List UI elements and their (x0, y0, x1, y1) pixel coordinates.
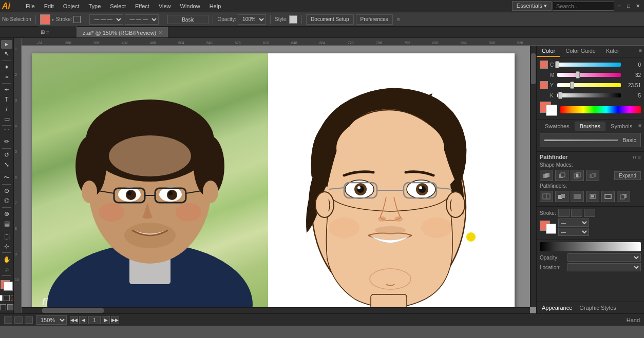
vscroll-thumb[interactable] (531, 53, 536, 84)
stroke-align-select[interactable]: — (558, 228, 589, 236)
black-thumb[interactable] (558, 92, 562, 99)
pencil-tool-btn[interactable]: ✏ (1, 137, 12, 146)
canvas-hscrollbar[interactable] (22, 307, 530, 313)
crop-btn[interactable] (586, 191, 599, 202)
menu-object[interactable]: Object (59, 2, 84, 10)
panel-gradient[interactable] (540, 242, 641, 251)
opacity-prop-select[interactable] (567, 253, 641, 262)
menu-edit[interactable]: Edit (40, 2, 58, 10)
cyan-thumb[interactable] (555, 61, 559, 68)
menu-help[interactable]: Help (205, 2, 225, 10)
warp-tool-btn[interactable]: 〜 (1, 173, 12, 182)
menu-view[interactable]: View (155, 2, 175, 10)
document-setup-button[interactable]: Document Setup (306, 14, 354, 25)
stroke-btn-3[interactable] (584, 209, 595, 217)
magenta-slider[interactable] (557, 73, 621, 77)
opacity-dropdown[interactable]: 100% (238, 14, 266, 25)
hand-tool-btn[interactable]: ✋ (1, 255, 12, 264)
normal-mode-btn[interactable] (0, 295, 3, 301)
bg-box[interactable] (546, 105, 557, 116)
style-box[interactable] (289, 15, 297, 24)
exclude-btn[interactable] (586, 170, 599, 181)
stroke-bg[interactable] (546, 224, 556, 234)
minimize-button[interactable]: ─ (615, 2, 623, 10)
color-swatch-fg2[interactable] (540, 81, 548, 89)
black-slider[interactable] (557, 93, 621, 97)
menu-window[interactable]: Window (176, 2, 204, 10)
tab-swatches[interactable]: Swatches (540, 122, 575, 131)
canvas-vscrollbar[interactable] (530, 46, 536, 307)
tab-brushes[interactable]: Brushes (575, 122, 605, 131)
color-swatch-fg[interactable] (540, 61, 548, 69)
background-color[interactable] (4, 282, 13, 291)
yellow-slider[interactable] (557, 83, 621, 87)
rotate-tool-btn[interactable]: ↺ (1, 151, 12, 160)
fill-color-box[interactable] (40, 14, 50, 25)
tab-close-button[interactable]: ✕ (158, 30, 162, 35)
next-btn[interactable]: ▶ (102, 316, 110, 324)
tab-graphic-styles[interactable]: Graphic Styles (577, 304, 618, 312)
stroke-btn-2[interactable] (571, 209, 582, 217)
type-tool-btn[interactable]: T (1, 95, 12, 104)
menu-type[interactable]: Type (85, 2, 105, 10)
paintbrush-tool-btn[interactable]: ⌒ (1, 128, 12, 136)
yellow-thumb[interactable] (570, 82, 574, 89)
panel-toggle[interactable]: ≡ (397, 16, 400, 23)
tab-color[interactable]: Color (537, 46, 560, 57)
cyan-slider[interactable] (557, 63, 621, 67)
blend-tool-btn[interactable]: ⌬ (1, 196, 12, 205)
preferences-button[interactable]: Preferences (356, 14, 393, 25)
line-tool-btn[interactable]: / (1, 105, 12, 114)
minus-front-btn[interactable] (555, 170, 569, 181)
magic-wand-tool-btn[interactable]: ✦ (1, 63, 12, 71)
canvas-area[interactable]: filehorse.com (22, 46, 536, 313)
symbol-tool-btn[interactable]: ⊛ (1, 209, 12, 218)
screen-mode-btn[interactable] (0, 304, 6, 310)
status-icon-3[interactable] (25, 316, 33, 324)
brushes-panel-options[interactable]: ≡ (637, 122, 642, 131)
pen-tool-btn[interactable]: ✒ (1, 86, 12, 94)
hscroll-thumb[interactable] (42, 308, 104, 313)
prev-artboard-btn[interactable]: ◀◀ (70, 316, 78, 324)
zoom-level-select[interactable]: 150% (36, 315, 67, 325)
expand-btn[interactable]: Expand (614, 171, 641, 180)
tab-kuler[interactable]: Kuler (601, 46, 624, 57)
magenta-thumb[interactable] (576, 71, 580, 78)
tab-appearance[interactable]: Appearance (540, 304, 574, 312)
menu-effect[interactable]: Effect (131, 2, 154, 10)
direct-selection-tool-btn[interactable]: ↖ (1, 50, 12, 58)
stroke-weight-select[interactable]: — (558, 218, 589, 227)
maximize-button[interactable]: □ (624, 2, 633, 10)
minus-back-btn[interactable] (617, 191, 630, 202)
outline-btn[interactable] (601, 191, 615, 202)
zoom-tool-btn[interactable]: ⌕ (1, 265, 12, 273)
essentials-button[interactable]: Essentials ▾ (512, 1, 552, 11)
shape-tool-btn[interactable]: ▭ (1, 114, 12, 123)
location-prop-select[interactable] (567, 263, 641, 271)
menu-select[interactable]: Select (106, 2, 130, 10)
unite-btn[interactable] (540, 170, 553, 181)
menu-file[interactable]: File (22, 2, 39, 10)
full-screen-btn[interactable] (7, 304, 13, 310)
color-panel-options[interactable]: ≡ (637, 46, 644, 57)
intersect-btn[interactable] (571, 170, 584, 181)
status-icon-2[interactable] (14, 316, 23, 324)
eyedropper-tool-btn[interactable]: ⊙ (1, 187, 12, 195)
divide-btn[interactable] (540, 191, 553, 202)
stroke-color-box[interactable] (73, 16, 81, 23)
tab-color-guide[interactable]: Color Guide (560, 46, 601, 57)
search-input[interactable] (553, 2, 614, 11)
artboard-tool-btn[interactable]: ⬚ (1, 232, 12, 241)
merge-btn[interactable] (571, 191, 584, 202)
document-tab[interactable]: z.ai* @ 150% (RGB/Preview) ✕ (77, 27, 168, 37)
stroke-btn-1[interactable] (558, 209, 570, 217)
close-button[interactable]: ✕ (634, 2, 642, 10)
color-spectrum[interactable] (560, 106, 641, 113)
scale-tool-btn[interactable]: ⤡ (1, 161, 12, 169)
next-artboard-btn[interactable]: ▶▶ (111, 316, 119, 324)
stroke-weight-dropdown[interactable]: — — — (89, 14, 123, 25)
stroke-style-dropdown[interactable]: — — — (125, 14, 159, 25)
status-icon-1[interactable] (4, 316, 12, 324)
trim-btn[interactable] (555, 191, 569, 202)
slice-tool-btn[interactable]: ⊹ (1, 242, 12, 251)
